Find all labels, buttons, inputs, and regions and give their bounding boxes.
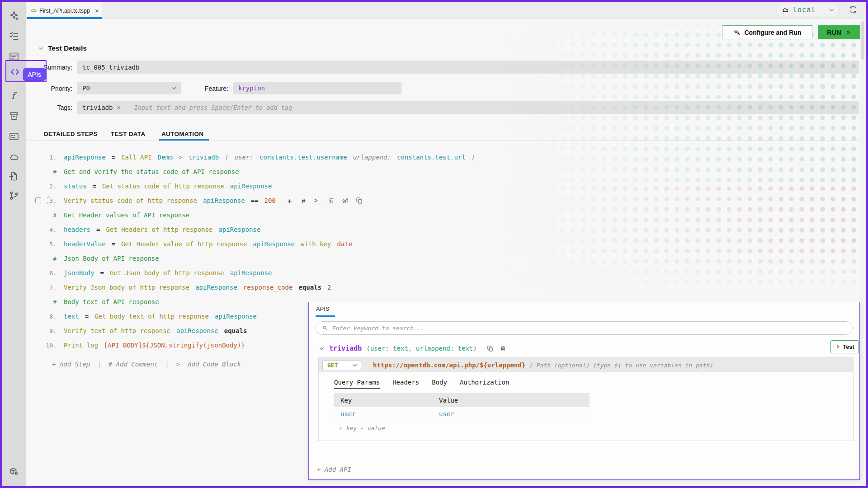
cloud-icon[interactable] bbox=[9, 151, 19, 162]
apis-tooltip: APIs bbox=[23, 68, 46, 81]
plus-icon[interactable]: + bbox=[286, 197, 293, 205]
import-file-icon[interactable] bbox=[9, 171, 19, 182]
sparkle-icon[interactable] bbox=[9, 10, 19, 21]
divider: | bbox=[165, 361, 169, 368]
code-token: apiResponse bbox=[176, 327, 218, 334]
apis-panel: APIS Enter keyword to search... triviadb… bbox=[308, 302, 860, 480]
code-token: == bbox=[251, 197, 259, 204]
api-search-input[interactable]: Enter keyword to search... bbox=[316, 321, 853, 335]
apis-panel-tab[interactable]: APIS bbox=[316, 306, 330, 312]
reorder-chevrons[interactable] bbox=[46, 195, 51, 206]
api-test-button[interactable]: Test bbox=[830, 340, 859, 353]
add-bar-item[interactable]: >_ Add Code Block bbox=[176, 361, 241, 368]
tags-input[interactable]: triviadb × Input text and press Space/En… bbox=[77, 101, 859, 114]
step-row[interactable]: 6.jsonBody=Get Json body of http respons… bbox=[2, 266, 859, 280]
code-token: Verify Json body of http response bbox=[64, 284, 189, 291]
api-path-hint: / Path (optional) (type ${ to use variab… bbox=[529, 362, 713, 369]
tab-automation[interactable]: AUTOMATION bbox=[161, 131, 203, 137]
comment-row[interactable]: #Get Header values of API response bbox=[2, 208, 859, 222]
form-card-icon[interactable] bbox=[9, 131, 19, 142]
code-token: Get Header values of API response bbox=[64, 211, 189, 219]
priority-label: Priority: bbox=[27, 85, 72, 92]
archive-box-icon[interactable] bbox=[9, 111, 19, 122]
param-key-cell[interactable]: user bbox=[334, 410, 433, 418]
api-url-bar: GET https://opentdb.com/api.php/${urlapp… bbox=[319, 358, 853, 372]
code-token: Demo bbox=[158, 154, 173, 161]
search-icon bbox=[322, 325, 328, 331]
table-row[interactable]: user user bbox=[334, 407, 590, 421]
tag-remove-icon[interactable]: × bbox=[117, 104, 120, 111]
code-token: equals bbox=[224, 327, 247, 334]
terminal-icon[interactable]: >_ bbox=[314, 197, 321, 205]
apis-sidebar-highlight: APIs bbox=[5, 60, 47, 82]
checklist-icon[interactable] bbox=[9, 31, 19, 42]
copy-icon[interactable] bbox=[356, 197, 363, 205]
code-token: Print log bbox=[64, 342, 98, 349]
tab-query-params[interactable]: Query Params bbox=[334, 379, 380, 389]
tab-close-icon[interactable]: × bbox=[95, 7, 99, 14]
view-tabs-separator bbox=[26, 141, 860, 141]
add-bar-item[interactable]: # Add Comment bbox=[108, 361, 158, 368]
chevron-down-icon bbox=[171, 85, 177, 91]
code-token: Call API bbox=[121, 154, 151, 161]
code-token: constants.test.url bbox=[397, 154, 466, 161]
step-checkbox[interactable] bbox=[35, 197, 41, 203]
test-details-header[interactable]: Test Details bbox=[38, 44, 87, 52]
refresh-icon[interactable] bbox=[849, 5, 858, 14]
step-row[interactable]: 3.Verify status code of http responseapi… bbox=[2, 193, 859, 208]
tag-chip: triviadb bbox=[77, 104, 113, 111]
cloud-env-icon bbox=[782, 6, 789, 14]
vertical-scrollbar[interactable] bbox=[860, 19, 866, 486]
column-header-value: Value bbox=[433, 397, 590, 404]
function-icon[interactable]: f bbox=[9, 90, 19, 101]
priority-select[interactable]: P0 bbox=[77, 82, 181, 94]
step-row[interactable]: 5.headerValue=Get Header value of http r… bbox=[2, 237, 859, 251]
git-branch-icon[interactable] bbox=[9, 190, 19, 201]
comment-row[interactable]: #Json Body of API response bbox=[2, 251, 859, 266]
package-settings-icon[interactable] bbox=[9, 466, 19, 477]
feature-input[interactable]: krypton bbox=[233, 82, 401, 94]
copy-icon[interactable] bbox=[487, 345, 494, 352]
code-token: apiResponse bbox=[230, 269, 272, 277]
code-token: = bbox=[112, 154, 115, 161]
code-token: Get body text of http response bbox=[94, 313, 209, 320]
environment-selector[interactable]: local bbox=[777, 4, 840, 16]
tab-headers[interactable]: Headers bbox=[392, 379, 419, 389]
step-row[interactable]: 1.apiResponse=Call APIDemo>triviadb(user… bbox=[2, 150, 859, 164]
tab-detailed-steps[interactable]: DETAILED STEPS bbox=[44, 131, 98, 137]
api-search-placeholder: Enter keyword to search... bbox=[332, 325, 425, 332]
trash-icon[interactable] bbox=[500, 345, 506, 352]
chevron-down-icon[interactable] bbox=[319, 346, 325, 352]
configure-and-run-button[interactable]: Configure and Run bbox=[722, 25, 812, 39]
api-url-value[interactable]: https://opentdb.com/api.php/${urlappend} bbox=[373, 361, 525, 369]
configure-gear-icon bbox=[733, 28, 741, 36]
add-key-value-button[interactable]: + key - value bbox=[339, 425, 385, 432]
section-title: Test Details bbox=[48, 44, 87, 52]
feature-value: krypton bbox=[233, 84, 265, 92]
tab-test-data[interactable]: TEST DATA bbox=[111, 131, 145, 137]
add-bar-item[interactable]: + Add Step bbox=[52, 361, 90, 368]
chevron-down-icon bbox=[829, 7, 835, 13]
step-row[interactable]: 2.status=Get status code of http respons… bbox=[2, 179, 859, 193]
window-frame bbox=[0, 0, 2, 488]
tab-authorization[interactable]: Authorization bbox=[460, 379, 509, 389]
code-icon[interactable] bbox=[9, 66, 20, 77]
code-token: Verify text of http response bbox=[64, 327, 170, 334]
scrollbar-thumb[interactable] bbox=[861, 21, 864, 60]
run-button[interactable]: RUN bbox=[818, 25, 860, 39]
tab-first-api-file[interactable]: <> First_API.api.tc.tspp × bbox=[27, 2, 102, 19]
trash-icon[interactable] bbox=[328, 197, 335, 205]
step-row[interactable]: 7.Verify Json body of http responseapiRe… bbox=[2, 280, 859, 295]
summary-input[interactable]: tc_005_triviadb bbox=[77, 61, 859, 74]
tab-body[interactable]: Body bbox=[432, 379, 447, 389]
hash-icon[interactable]: # bbox=[300, 197, 307, 205]
api-item-header[interactable]: triviadb (user: text, urlappend: text) bbox=[319, 342, 506, 355]
add-api-button[interactable]: + Add API bbox=[317, 466, 351, 473]
eye-off-icon[interactable] bbox=[342, 197, 349, 205]
comment-row[interactable]: #Get and verify the status code of API r… bbox=[2, 164, 859, 179]
app-window: f <> First_API.api.tc.tspp × local Confi… bbox=[0, 0, 868, 488]
param-value-cell[interactable]: user bbox=[433, 410, 590, 418]
api-name: triviadb bbox=[329, 344, 362, 352]
step-row[interactable]: 4.headers=Get Headers of http responseap… bbox=[2, 222, 859, 237]
http-method-select[interactable]: GET bbox=[322, 360, 361, 370]
